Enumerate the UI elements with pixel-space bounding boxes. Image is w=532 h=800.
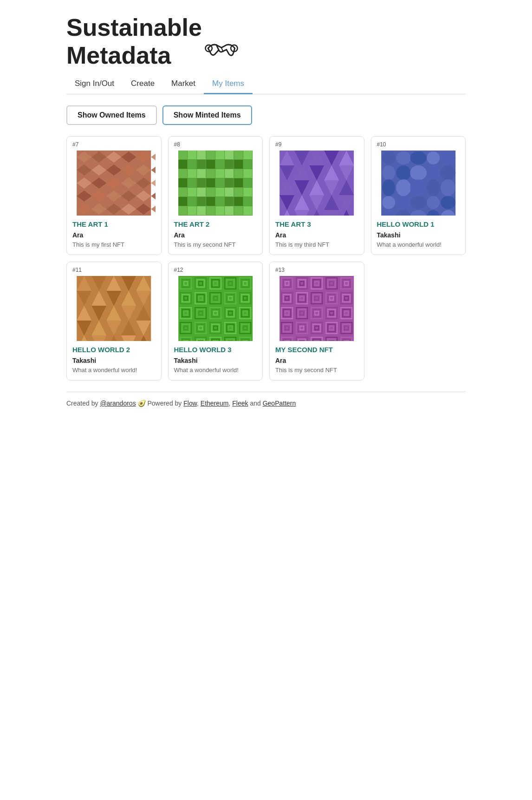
- svg-rect-89: [188, 206, 196, 215]
- nav-market[interactable]: Market: [163, 74, 204, 94]
- svg-rect-47: [243, 151, 252, 159]
- svg-point-141: [382, 179, 395, 196]
- nft-description: This is my third NFT: [275, 241, 358, 249]
- svg-marker-8: [151, 151, 155, 163]
- svg-rect-81: [188, 197, 196, 206]
- app-title: Sustainable Metadata: [66, 14, 466, 70]
- nft-image: [174, 276, 257, 341]
- nft-image: [377, 151, 460, 216]
- nft-grid: #7THE ART 1AraThis is my first NFT#8THE …: [66, 136, 466, 380]
- svg-rect-78: [234, 188, 243, 197]
- nft-card[interactable]: #12HELLO WORLD 3TakashiWhat a wonderful …: [168, 262, 263, 380]
- nft-card[interactable]: #11HELLO WORLD 2TakashiWhat a wonderful …: [66, 262, 162, 380]
- nft-image: [275, 276, 358, 341]
- svg-rect-92: [215, 206, 224, 215]
- svg-point-147: [396, 196, 411, 209]
- nft-description: This is my second NFT: [275, 366, 358, 374]
- nft-id: #8: [174, 141, 257, 148]
- footer-text: Created by @arandoros 🥑 Powered by Flow,…: [66, 400, 296, 407]
- nft-id: #9: [275, 141, 358, 148]
- nft-creator: Takashi: [72, 357, 156, 364]
- svg-rect-62: [234, 169, 243, 178]
- svg-rect-63: [243, 169, 252, 178]
- nft-creator: Takashi: [174, 357, 257, 364]
- flow-link[interactable]: Flow: [183, 400, 197, 407]
- nav-my-items[interactable]: My Items: [204, 74, 253, 94]
- svg-rect-80: [178, 197, 187, 206]
- svg-rect-56: [178, 169, 187, 178]
- nft-name: MY SECOND NFT: [275, 346, 358, 354]
- svg-rect-49: [188, 160, 196, 169]
- nft-description: This is my second NFT: [174, 241, 257, 249]
- svg-rect-67: [206, 178, 215, 187]
- svg-point-136: [382, 165, 395, 180]
- svg-rect-94: [234, 206, 243, 215]
- svg-rect-52: [215, 160, 224, 169]
- svg-rect-77: [225, 188, 234, 197]
- svg-rect-68: [215, 178, 224, 187]
- svg-rect-43: [206, 151, 215, 159]
- author-link[interactable]: @arandoros: [100, 400, 136, 407]
- nft-creator: Takashi: [377, 231, 460, 239]
- svg-rect-71: [243, 178, 252, 187]
- nft-name: HELLO WORLD 2: [72, 346, 156, 354]
- svg-rect-40: [178, 151, 187, 159]
- nft-card[interactable]: #13MY SECOND NFTAraThis is my second NFT: [269, 262, 364, 380]
- svg-rect-64: [178, 178, 187, 187]
- svg-rect-73: [188, 188, 196, 197]
- svg-rect-76: [215, 188, 224, 197]
- svg-rect-58: [197, 169, 206, 178]
- nft-id: #11: [72, 267, 156, 273]
- fleek-link[interactable]: Fleek: [232, 400, 248, 407]
- nft-creator: Ara: [275, 231, 358, 239]
- svg-rect-90: [197, 206, 206, 215]
- svg-rect-66: [197, 178, 206, 187]
- svg-point-144: [427, 179, 440, 196]
- svg-point-145: [441, 179, 455, 196]
- svg-rect-50: [197, 160, 206, 169]
- nft-image: [174, 151, 257, 216]
- svg-point-149: [427, 196, 440, 209]
- nft-creator: Ara: [275, 357, 358, 364]
- title-text: Sustainable Metadata: [66, 14, 202, 70]
- nft-image: [72, 151, 156, 216]
- geopattern-link[interactable]: GeoPattern: [263, 400, 296, 407]
- app-header: Sustainable Metadata: [66, 14, 466, 70]
- footer: Created by @arandoros 🥑 Powered by Flow,…: [66, 392, 466, 414]
- nft-name: THE ART 3: [275, 220, 358, 229]
- svg-rect-79: [243, 188, 252, 197]
- nft-card[interactable]: #10HELLO WORLD 1TakashiWhat a wonderful …: [371, 136, 466, 255]
- svg-point-150: [441, 196, 455, 209]
- svg-point-148: [410, 196, 427, 209]
- nft-name: THE ART 2: [174, 220, 257, 229]
- svg-point-134: [427, 151, 440, 164]
- svg-rect-84: [215, 197, 224, 206]
- svg-rect-69: [225, 178, 234, 187]
- svg-rect-54: [234, 160, 243, 169]
- svg-point-137: [396, 165, 411, 180]
- show-owned-button[interactable]: Show Owned Items: [66, 105, 157, 125]
- nav-sign-in-out[interactable]: Sign In/Out: [66, 74, 123, 94]
- svg-rect-59: [206, 169, 215, 178]
- nft-name: THE ART 1: [72, 220, 156, 229]
- nft-card[interactable]: #8THE ART 2AraThis is my second NFT: [168, 136, 263, 255]
- ethereum-link[interactable]: Ethereum: [201, 400, 229, 407]
- nft-name: HELLO WORLD 1: [377, 220, 460, 229]
- nft-image: [275, 151, 358, 216]
- svg-rect-42: [197, 151, 206, 159]
- svg-point-139: [427, 165, 440, 180]
- nft-creator: Ara: [174, 231, 257, 239]
- svg-marker-26: [151, 190, 155, 202]
- svg-rect-41: [188, 151, 196, 159]
- nft-description: What a wonderful world!: [72, 366, 156, 374]
- svg-rect-48: [178, 160, 187, 169]
- nft-card[interactable]: #7THE ART 1AraThis is my first NFT: [66, 136, 162, 255]
- svg-rect-87: [243, 197, 252, 206]
- svg-rect-53: [225, 160, 234, 169]
- show-minted-button[interactable]: Show Minted Items: [162, 105, 252, 125]
- svg-rect-57: [188, 169, 196, 178]
- svg-rect-61: [225, 169, 234, 178]
- nav-create[interactable]: Create: [123, 74, 163, 94]
- nft-card[interactable]: #9THE ART 3AraThis is my third NFT: [269, 136, 364, 255]
- svg-point-140: [441, 165, 455, 180]
